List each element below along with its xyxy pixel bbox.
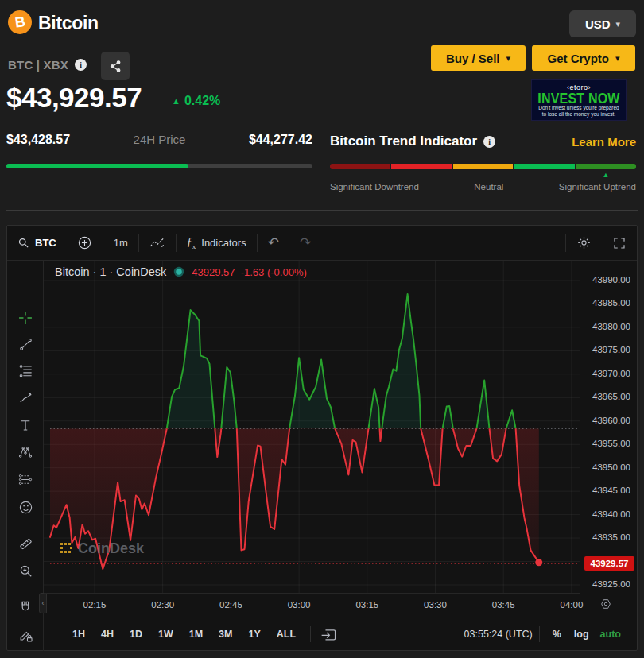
fx-icon: ƒx xyxy=(187,236,196,250)
chevron-down-icon: ▾ xyxy=(616,19,621,29)
range-button-1m[interactable]: 1M xyxy=(184,625,208,644)
range-low: $43,428.57 xyxy=(6,133,70,147)
bitcoin-price-page: B Bitcoin USD ▾ BTC | XBX i Buy / Sell▾ … xyxy=(0,0,644,658)
compare-add-button[interactable] xyxy=(67,226,103,261)
buy-sell-button[interactable]: Buy / Sell▾ xyxy=(431,45,526,71)
status-dot-icon xyxy=(173,266,184,277)
redo-button[interactable]: ↷ xyxy=(289,226,321,261)
chart-style-button[interactable] xyxy=(139,226,176,261)
range-button-1d[interactable]: 1D xyxy=(124,625,148,644)
time-axis-label: 03:15 xyxy=(355,600,378,610)
rail-divider xyxy=(16,517,35,517)
time-axis-label: 03:00 xyxy=(288,600,311,610)
learn-more-link[interactable]: Learn More xyxy=(572,135,636,149)
interval-button[interactable]: 1m xyxy=(103,226,138,261)
range-button-3m[interactable]: 3M xyxy=(213,625,238,644)
symbol-search-button[interactable]: BTC xyxy=(7,226,67,261)
go-to-date-button[interactable] xyxy=(320,627,337,642)
auto-scale-button[interactable]: auto xyxy=(596,629,626,640)
range-button-4h[interactable]: 4H xyxy=(95,625,119,644)
price-axis-label: 43940.00 xyxy=(592,509,630,519)
section-divider xyxy=(6,210,638,211)
trend-title: Bitcoin Trend Indicator i xyxy=(330,134,495,149)
chart-style-icon xyxy=(149,237,165,250)
chevron-down-icon: ▾ xyxy=(615,53,620,64)
price-axis-settings-button[interactable] xyxy=(599,598,612,610)
tradingview-chart-panel: BTC 1m ƒx Indicators ↶ ↷ xyxy=(6,225,638,651)
percent-scale-button[interactable]: % xyxy=(546,629,568,640)
trend-scale-label: Significant Uptrend xyxy=(559,182,636,192)
share-icon xyxy=(109,60,122,73)
undo-icon: ↶ xyxy=(268,236,279,250)
tool-lock-icon[interactable] xyxy=(7,653,44,658)
tool-fib-retracement-icon[interactable] xyxy=(7,360,44,381)
gear-icon xyxy=(576,235,592,250)
indicators-button[interactable]: ƒx Indicators xyxy=(177,226,257,261)
undo-button[interactable]: ↶ xyxy=(258,226,289,261)
get-crypto-button[interactable]: Get Crypto▾ xyxy=(532,45,635,71)
range-button-1y[interactable]: 1Y xyxy=(242,625,266,644)
trend-bar-segment xyxy=(576,164,636,169)
pair-label: BTC | XBX xyxy=(8,58,68,72)
trend-info-icon[interactable]: i xyxy=(483,136,495,148)
current-price: $43,929.57 xyxy=(6,82,142,114)
range-button-1w[interactable]: 1W xyxy=(153,625,179,644)
chart-toolbar: BTC 1m ƒx Indicators ↶ ↷ xyxy=(7,226,637,261)
range-buttons: 1H4H1D1W1M3M1YALL xyxy=(64,625,304,644)
bitcoin-logo-icon: B xyxy=(8,10,32,34)
clock-utc[interactable]: 03:55:24 (UTC) xyxy=(464,629,533,640)
redo-icon: ↷ xyxy=(300,236,311,250)
price-axis-label: 43955.00 xyxy=(592,439,630,448)
tool-trend-line-icon[interactable] xyxy=(7,334,44,354)
legend-values: 43929.57 -1.63 (-0.00%) xyxy=(192,266,307,278)
tool-text-icon[interactable] xyxy=(7,415,44,435)
pair-info-icon[interactable]: i xyxy=(75,59,87,71)
share-button[interactable] xyxy=(101,52,130,80)
tool-draw-lock-icon[interactable] xyxy=(7,625,44,645)
time-axis-label: 03:30 xyxy=(424,600,447,610)
tool-crosshair-icon[interactable] xyxy=(7,308,44,328)
trend-scale-label: Neutral xyxy=(474,182,503,192)
trend-bar-segment xyxy=(330,164,390,169)
tool-xabcd-pattern-icon[interactable] xyxy=(7,441,44,462)
range-button-1h[interactable]: 1H xyxy=(67,625,91,644)
currency-value: USD xyxy=(585,17,611,31)
pair-row: BTC | XBX i xyxy=(8,58,87,72)
price-axis-label: 43985.00 xyxy=(592,298,630,308)
plus-circle-icon xyxy=(77,235,92,250)
tool-emoji-icon[interactable] xyxy=(7,497,44,517)
chevron-down-icon: ▾ xyxy=(506,53,511,64)
log-scale-button[interactable]: log xyxy=(568,629,596,640)
rail-divider xyxy=(16,579,35,579)
fullscreen-button[interactable] xyxy=(602,226,637,261)
currency-dropdown[interactable]: USD ▾ xyxy=(569,10,636,37)
tool-brush-icon[interactable] xyxy=(7,387,44,408)
current-price-badge: 43929.57 xyxy=(584,556,634,571)
fullscreen-icon xyxy=(612,236,627,250)
trend-marker-icon: ▲ xyxy=(603,171,610,179)
range-24h-labels: $43,428.57 24H Price $44,277.42 xyxy=(6,133,312,147)
etoro-ad-banner[interactable]: ‹etoro› INVEST NOW Don't invest unless y… xyxy=(531,79,627,121)
trend-scale-labels: Significant DowntrendNeutralSignificant … xyxy=(330,182,636,192)
time-axis[interactable]: 02:1502:3002:4503:0003:1503:3003:4504:00 xyxy=(44,593,580,617)
tool-forecast-icon[interactable] xyxy=(7,469,44,490)
last-price-dot xyxy=(535,559,542,566)
chart-legend: Bitcoin · 1 · CoinDesk 43929.57 -1.63 (-… xyxy=(55,265,307,278)
range-button-all[interactable]: ALL xyxy=(271,625,301,644)
search-icon xyxy=(17,237,29,249)
price-axis[interactable]: 43929.57 43990.0043985.0043980.0043975.0… xyxy=(580,261,638,617)
drawing-tools-rail xyxy=(7,261,44,651)
time-axis-label: 03:45 xyxy=(492,600,515,610)
price-axis-label: 43935.00 xyxy=(592,532,630,542)
chart-settings-button[interactable] xyxy=(566,226,602,261)
price-axis-label: 43950.00 xyxy=(592,463,630,472)
chart-bottom-bar: 1H4H1D1W1M3M1YALL 03:55:24 (UTC) % log a… xyxy=(44,617,637,651)
range-title: 24H Price xyxy=(134,133,186,146)
legend-series-name: Bitcoin · 1 · CoinDesk xyxy=(55,265,166,278)
chart-plot-area[interactable]: Bitcoin · 1 · CoinDesk 43929.57 -1.63 (-… xyxy=(44,261,580,593)
ad-headline: INVEST NOW xyxy=(537,90,619,106)
tool-ruler-icon[interactable] xyxy=(7,533,44,554)
price-axis-label: 43990.00 xyxy=(592,275,630,284)
price-axis-label: 43980.00 xyxy=(592,322,630,331)
price-axis-label: 43945.00 xyxy=(592,486,630,495)
